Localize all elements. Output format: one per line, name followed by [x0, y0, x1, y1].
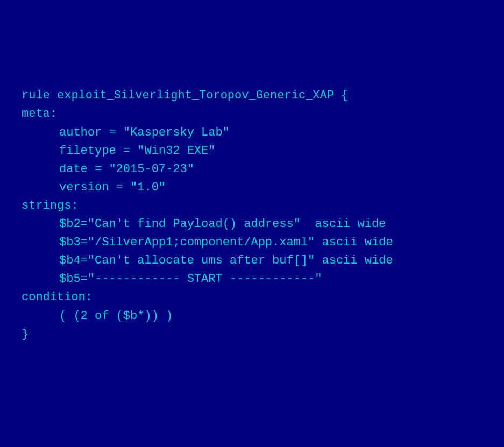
code-line-rule: rule exploit_Silverlight_Toropov_Generic…: [22, 87, 482, 105]
code-line-condition-expr: ( (2 of ($b*)) ): [22, 307, 482, 325]
code-line-date: date = "2015-07-23": [22, 160, 482, 179]
code-line-b3: $b3="/SilverApp1;component/App.xaml" asc…: [22, 233, 482, 252]
code-line-b4: $b4="Can't allocate ums after buf[]" asc…: [22, 252, 482, 270]
code-line-filetype: filetype = "Win32 EXE": [22, 142, 482, 160]
code-block: rule exploit_Silverlight_Toropov_Generic…: [22, 87, 482, 343]
code-line-closebrace: }: [22, 325, 482, 344]
code-line-version: version = "1.0": [22, 179, 482, 197]
code-line-author: author = "Kaspersky Lab": [22, 124, 482, 142]
code-line-meta: meta:: [22, 105, 482, 123]
code-line-condition: condition:: [22, 288, 482, 307]
code-line-b5: $b5="------------ START ------------": [22, 270, 482, 288]
code-line-strings: strings:: [22, 197, 482, 215]
code-line-b2: $b2="Can't find Payload() address" ascii…: [22, 215, 482, 233]
